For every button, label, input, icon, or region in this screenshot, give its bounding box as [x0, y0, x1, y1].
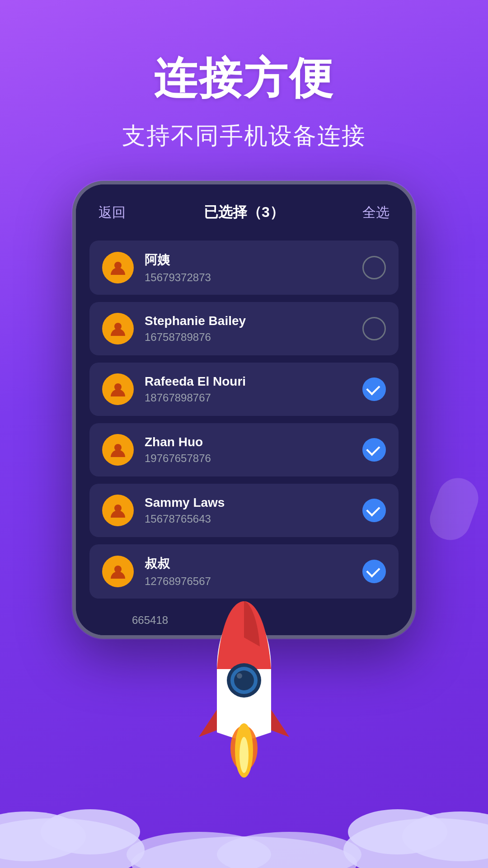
- contact-name: Sammy Laws: [145, 495, 352, 510]
- contact-item[interactable]: Sammy Laws 15678765643: [89, 484, 399, 537]
- contact-item[interactable]: Zhan Huo 19767657876: [89, 423, 399, 476]
- svg-point-11: [348, 809, 447, 854]
- decorative-shape: [424, 472, 484, 546]
- svg-point-9: [343, 818, 488, 868]
- partial-phone-text: 665418: [132, 614, 168, 627]
- contact-name: 叔叔: [145, 555, 352, 572]
- svg-point-10: [402, 811, 488, 861]
- select-all-button[interactable]: 全选: [362, 203, 389, 222]
- avatar: [102, 556, 134, 587]
- contact-phone: 16758789876: [145, 331, 352, 344]
- rocket: [194, 597, 294, 787]
- contact-info: Stephanie Bailey 16758789876: [145, 314, 352, 344]
- avatar: [102, 373, 134, 405]
- contact-item[interactable]: Rafeeda El Nouri 18767898767: [89, 363, 399, 416]
- svg-point-17: [234, 670, 254, 690]
- contact-item[interactable]: 阿姨 15679372873: [89, 241, 399, 295]
- partial-avatar-spacer: [89, 612, 121, 628]
- checkbox-checked[interactable]: [362, 560, 386, 583]
- svg-point-7: [0, 811, 86, 861]
- contact-item[interactable]: Stephanie Bailey 16758789876: [89, 302, 399, 355]
- checkbox-unchecked[interactable]: [362, 317, 386, 340]
- contact-item[interactable]: 叔叔 12768976567: [89, 544, 399, 599]
- svg-point-12: [131, 836, 357, 868]
- avatar: [102, 313, 134, 344]
- selected-count-title: 已选择（3）: [204, 203, 284, 222]
- avatar: [102, 434, 134, 466]
- contact-info: 叔叔 12768976567: [145, 555, 352, 588]
- svg-point-6: [0, 818, 145, 868]
- avatar: [102, 495, 134, 526]
- contact-name: Rafeeda El Nouri: [145, 374, 352, 389]
- checkbox-unchecked[interactable]: [362, 256, 386, 279]
- checkbox-checked[interactable]: [362, 377, 386, 401]
- phone-mockup: 返回 已选择（3） 全选 阿姨 15679372873: [72, 181, 416, 639]
- contact-info: Rafeeda El Nouri 18767898767: [145, 374, 352, 404]
- contact-info: 阿姨 15679372873: [145, 251, 352, 284]
- hero-subtitle: 支持不同手机设备连接: [0, 120, 488, 152]
- checkbox-checked[interactable]: [362, 438, 386, 462]
- svg-point-21: [239, 737, 249, 773]
- phone-frame: 返回 已选择（3） 全选 阿姨 15679372873: [72, 181, 416, 639]
- checkbox-checked[interactable]: [362, 499, 386, 522]
- svg-point-18: [237, 673, 242, 679]
- back-button[interactable]: 返回: [99, 203, 126, 222]
- contact-name: 阿姨: [145, 251, 352, 269]
- contact-phone: 12768976567: [145, 575, 352, 588]
- contact-phone: 18767898767: [145, 392, 352, 404]
- contact-info: Sammy Laws 15678765643: [145, 495, 352, 525]
- avatar: [102, 252, 134, 283]
- svg-point-8: [41, 809, 140, 854]
- contact-phone: 15679372873: [145, 271, 352, 284]
- contact-name: Zhan Huo: [145, 435, 352, 449]
- contact-list: 阿姨 15679372873 Stephanie Bailey 16758789…: [76, 231, 412, 612]
- svg-point-14: [217, 832, 361, 868]
- contact-info: Zhan Huo 19767657876: [145, 435, 352, 465]
- phone-header: 返回 已选择（3） 全选: [76, 184, 412, 231]
- contact-phone: 15678765643: [145, 513, 352, 525]
- hero-section: 连接方便 支持不同手机设备连接: [0, 0, 488, 179]
- svg-point-13: [127, 832, 271, 868]
- hero-title: 连接方便: [0, 54, 488, 102]
- contact-phone: 19767657876: [145, 452, 352, 465]
- contact-name: Stephanie Bailey: [145, 314, 352, 328]
